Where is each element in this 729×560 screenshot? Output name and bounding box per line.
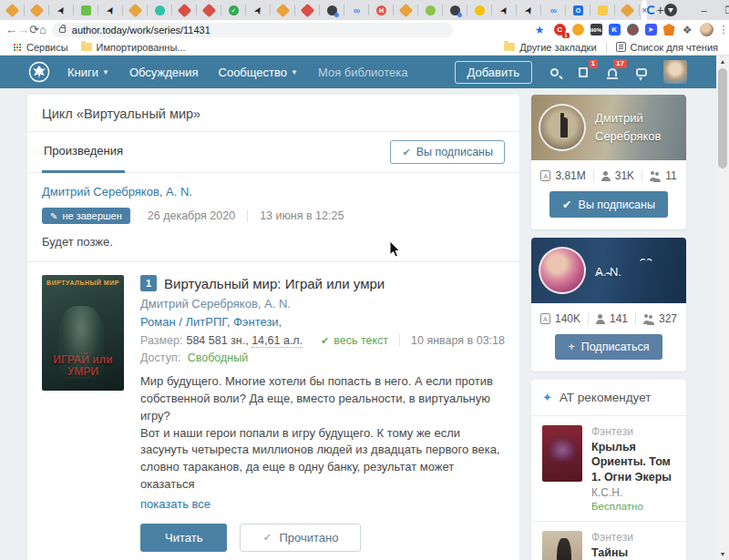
mark-read-button[interactable]: ✓Прочитано — [240, 524, 361, 552]
recommend-title-link[interactable]: Крылья Ориенты. Том 1. Огни Экеры — [591, 440, 675, 484]
pinned-tab-diamond-icon[interactable] — [197, 0, 221, 20]
date-created: 26 декабря 2020 — [136, 209, 247, 222]
back-button[interactable]: ← — [5, 23, 17, 36]
pinned-tab-diamond-icon[interactable] — [25, 0, 49, 20]
url-text[interactable]: author.today/work/series/11431 — [72, 25, 210, 36]
recommend-title-link[interactable]: Тайны Девятого Доминиона — [591, 545, 675, 560]
pinned-tab-square-icon[interactable] — [74, 0, 98, 20]
read-button[interactable]: Читать — [140, 524, 227, 552]
home-button[interactable]: ⌂ — [39, 23, 46, 36]
recommend-genre-link[interactable]: Фэнтези — [591, 531, 675, 544]
reading-list[interactable]: Список для чтения — [616, 42, 718, 53]
pinned-tab-cursor-icon[interactable]: ➤ — [246, 0, 271, 20]
messages-icon[interactable] — [634, 65, 649, 79]
chevron-down-icon: ▼ — [291, 68, 298, 76]
recommend-cover[interactable] — [542, 531, 582, 560]
profile-avatar[interactable] — [539, 104, 586, 151]
media-control-icon[interactable] — [664, 4, 677, 16]
recommend-cover[interactable] — [542, 425, 582, 482]
page-scrollbar[interactable]: ▲ ▼ — [716, 56, 729, 560]
profile-name-link[interactable]: Дмитрий Серебряков — [595, 109, 661, 146]
book-description: Мир будущего. Многие хотели бы попасть в… — [140, 373, 505, 494]
extension-adblock-icon[interactable] — [627, 24, 639, 36]
scrollbar-thumb[interactable] — [718, 68, 727, 168]
nav-community[interactable]: Сообщество▼ — [219, 66, 298, 79]
window-minimize-button[interactable]: – — [692, 5, 717, 15]
recommend-author-link[interactable]: К.С.Н. — [591, 486, 675, 499]
pinned-tab-cursor-icon[interactable]: ➤ — [98, 0, 123, 20]
extension-badge: 1 — [562, 33, 569, 38]
lock-icon[interactable] — [59, 27, 66, 33]
extension-cursor-icon[interactable]: ➤ — [645, 24, 657, 36]
pinned-tab-diamond-icon[interactable] — [123, 0, 148, 20]
profile-banner: A. N. — [531, 238, 686, 303]
pinned-tab-cursor-icon[interactable]: ➤ — [517, 0, 541, 20]
pinned-tab-diamond-icon[interactable] — [0, 0, 25, 20]
pinned-tab-diamond-icon[interactable] — [172, 0, 197, 20]
show-all-link[interactable]: показать все — [140, 497, 505, 511]
pinned-tab-glyph-icon[interactable]: ∞ — [344, 0, 369, 20]
recommend-genre-link[interactable]: Фэнтези — [591, 425, 675, 438]
series-subscribed-button[interactable]: ✔ Вы подписаны — [390, 140, 505, 164]
book-authors-link[interactable]: Дмитрий Серебряков, A. N. — [140, 297, 505, 311]
stat-works: А3,81M — [533, 169, 592, 182]
bookmark-services[interactable]: Сервисы — [13, 42, 68, 53]
series-authors-link[interactable]: Дмитрий Серебряков, A. N. — [27, 173, 519, 199]
folder-icon — [81, 43, 92, 51]
pinned-tab-cursor-icon[interactable]: ➤ — [49, 0, 74, 20]
pinned-tab-globe-icon[interactable] — [443, 0, 467, 20]
nav-my-library[interactable]: Моя библиотека — [318, 66, 407, 79]
nav-discussions[interactable]: Обсуждения — [129, 66, 199, 79]
pinned-tab-diamond-icon[interactable] — [615, 0, 640, 20]
bell-notifications-icon[interactable]: 17 — [605, 65, 620, 79]
new-tab-button[interactable]: + — [656, 3, 663, 17]
add-button[interactable]: Добавить — [455, 61, 532, 84]
book-title-link[interactable]: Виртуальный мир: Играй или умри — [164, 276, 385, 291]
bird-icon — [597, 272, 611, 280]
profile-avatar[interactable] — [539, 247, 586, 294]
nav-books[interactable]: Книги▼ — [67, 66, 109, 79]
search-icon[interactable] — [547, 65, 561, 79]
pinned-tab-diamond-icon[interactable] — [394, 0, 418, 20]
pinned-tab-diamond-icon[interactable] — [295, 0, 320, 20]
extension-fox-icon[interactable] — [663, 24, 675, 36]
extension-vpn-icon[interactable]: 99% — [590, 24, 602, 36]
site-logo-icon[interactable] — [27, 60, 51, 84]
pinned-tab-square-icon[interactable]: O — [566, 0, 590, 20]
address-bar[interactable]: author.today/work/series/11431 — [52, 23, 453, 37]
forward-button[interactable]: → — [17, 23, 29, 36]
pinned-tab-circle-icon[interactable] — [467, 0, 492, 20]
browser-profile-avatar[interactable] — [700, 23, 714, 36]
tab-works[interactable]: Произведения — [42, 132, 125, 173]
scroll-down-icon[interactable]: ▼ — [716, 548, 729, 560]
pinned-tab-circle-icon[interactable]: H — [369, 0, 394, 20]
pinned-tab-glyph-icon[interactable]: ∞ — [541, 0, 566, 20]
pinned-tab-diamond-icon[interactable] — [271, 0, 295, 20]
pinned-tab-circle-icon[interactable] — [148, 0, 172, 20]
pinned-tabs[interactable]: ➤➤✓➤∞H➤➤∞O — [0, 0, 640, 20]
user-avatar[interactable] — [663, 60, 687, 84]
book-genres-links[interactable]: Роман / ЛитРПГ, Фэнтези, — [140, 315, 505, 329]
extension-c-icon[interactable]: C1 — [554, 24, 566, 36]
pinned-tab-globe-icon[interactable] — [320, 0, 344, 20]
bookmark-imported-folder[interactable]: Импортированны... — [81, 42, 186, 53]
people-icon — [643, 314, 654, 324]
book-cover-1[interactable]: ВИРТУАЛЬНЫЙ МИР ИГРАЙ или УМРИ — [42, 275, 124, 391]
extension-face-icon[interactable] — [572, 24, 584, 36]
bookmark-star-icon[interactable]: ★ — [535, 24, 545, 36]
pinned-tab-square-icon[interactable] — [590, 0, 615, 20]
subscribe-button[interactable]: +Подписаться — [555, 334, 662, 360]
browser-menu-icon[interactable]: ⋮ — [719, 24, 729, 36]
subscribed-button[interactable]: ✔Вы подписаны — [549, 191, 668, 218]
extensions-puzzle-icon[interactable]: ❖ — [682, 24, 693, 36]
flag-notifications-icon[interactable]: 1 — [576, 65, 590, 79]
pinned-tab-circle-icon[interactable]: ✓ — [221, 0, 246, 20]
extension-k-icon[interactable]: K — [609, 24, 621, 36]
loading-tab[interactable] — [647, 0, 656, 20]
pinned-tab-cursor-icon[interactable]: ➤ — [492, 0, 517, 20]
window-restore-button[interactable]: ❐ — [717, 5, 729, 16]
other-bookmarks[interactable]: Другие закладки — [504, 42, 596, 53]
pinned-tab-circle-icon[interactable] — [418, 0, 443, 20]
reload-button[interactable]: ⟳ — [29, 23, 39, 36]
scroll-up-icon[interactable]: ▲ — [716, 56, 729, 67]
